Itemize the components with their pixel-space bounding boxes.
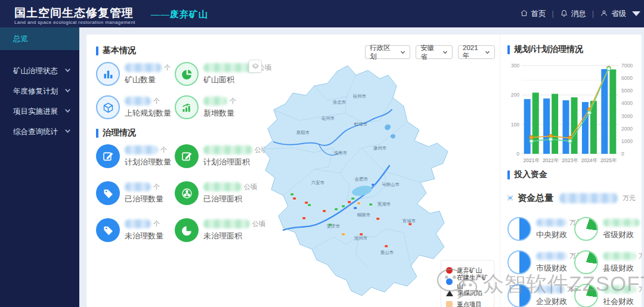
map-marker[interactable] xyxy=(348,201,351,203)
legend-circle-icon xyxy=(446,267,453,274)
stat-label: 新增数量 xyxy=(203,108,236,119)
svg-text:4000: 4000 xyxy=(621,100,633,106)
stat-矿山面积: 公顷矿山面积 xyxy=(175,62,257,86)
module-name: 废弃矿山 xyxy=(170,9,208,19)
chart-bar xyxy=(532,92,539,154)
fund-body: 万元省级财政 xyxy=(603,218,640,240)
stat-已治理面积: 公顷已治理面积 xyxy=(175,181,257,205)
map-marker[interactable] xyxy=(351,197,355,200)
stat-body: 个矿山数量 xyxy=(125,63,171,85)
city-label-芜湖市: 芜湖市 xyxy=(377,201,391,207)
city-label-宣城市: 宣城市 xyxy=(402,218,416,224)
stat-计划治理面积: 公顷计划治理面积 xyxy=(175,144,257,168)
quarter-pie-icon xyxy=(574,217,598,241)
city-label-阜阳市: 阜阳市 xyxy=(296,130,310,135)
app-subtitle: Land and space ecological restoration ma… xyxy=(14,20,135,25)
stat-label: 未治理数量 xyxy=(125,231,163,241)
sidebar-item-总览[interactable]: 总览 xyxy=(0,27,79,50)
home-icon xyxy=(520,9,528,17)
map-layers-button[interactable] xyxy=(249,60,262,73)
svg-text:200: 200 xyxy=(511,92,519,98)
coins-icon xyxy=(507,186,513,210)
map-marker[interactable] xyxy=(385,245,388,247)
map-marker[interactable] xyxy=(302,217,306,219)
tag-icon xyxy=(96,218,120,242)
map-marker[interactable] xyxy=(305,201,308,204)
chevron-down-icon xyxy=(64,67,71,75)
treatment-plan-chart: 0100200300010002000300040005000600070002… xyxy=(507,61,636,165)
stats-column: 基本情况 个矿山数量公顷矿山面积个上轮规划数量个新增数量 治理情况 个计划治理数… xyxy=(86,35,252,307)
stat-body: 公顷未治理面积 xyxy=(203,219,257,241)
stat-已治理数量: 个已治理数量 xyxy=(96,181,175,205)
svg-text:2024年: 2024年 xyxy=(581,157,598,163)
nav-item-消息[interactable]: 消息 xyxy=(560,9,586,19)
map-marker[interactable] xyxy=(290,193,294,196)
quarter-pie-icon xyxy=(574,250,598,274)
map-marker[interactable] xyxy=(354,207,357,209)
sidebar-item-项目实施进展[interactable]: 项目实施进展 xyxy=(0,101,79,122)
sidebar-item-label: 项目实施进展 xyxy=(13,107,58,117)
fund-县级财政: 万元县级财政 xyxy=(574,250,640,274)
map-marker[interactable] xyxy=(371,184,375,186)
map-marker[interactable] xyxy=(342,205,345,207)
sidebar: 总览矿山治理状态年度修复计划项目实施进展综合查询统计 xyxy=(0,27,79,307)
legend-label: 在建生产矿山 xyxy=(457,274,489,290)
svg-text:1000: 1000 xyxy=(621,138,633,144)
nav-separator: | xyxy=(592,10,594,18)
stat-value-row: 公顷 xyxy=(203,182,257,191)
map-marker[interactable] xyxy=(293,197,296,200)
map-marker[interactable] xyxy=(308,204,311,206)
blurred-value xyxy=(125,63,162,72)
fund-label: 县级财政 xyxy=(603,263,640,274)
fund-grid: 万元中央财政万元省级财政万元市级财政万元县级财政万元企业财政万元社会财政 xyxy=(507,217,636,307)
layers-icon xyxy=(252,63,259,70)
blurred-value xyxy=(603,252,636,260)
city-label-蚌埠市: 蚌埠市 xyxy=(354,122,368,127)
fund-body: 万元市级财政 xyxy=(536,252,574,274)
city-label-宿州市: 宿州市 xyxy=(353,94,367,99)
nav-item-省级[interactable]: 省级 xyxy=(600,9,626,19)
app-header: 国土空间生态修复管理 Land and space ecological res… xyxy=(0,0,644,27)
fund-企业财政: 万元企业财政 xyxy=(507,284,574,307)
province-map[interactable]: 淮北市宿州市亳州市蚌埠市阜阳市滁州市淮南市六安市合肥市马鞍山市芜湖市铜陵市宣城市… xyxy=(257,58,460,304)
sidebar-item-矿山治理状态[interactable]: 矿山治理状态 xyxy=(0,61,79,81)
nav-item-首页[interactable]: 首页 xyxy=(520,9,546,19)
map-marker[interactable] xyxy=(369,203,373,206)
city-label-淮南市: 淮南市 xyxy=(334,150,348,156)
stat-value-row: 个 xyxy=(125,145,171,154)
svg-text:7000: 7000 xyxy=(621,63,633,69)
fund-value-row: 万元 xyxy=(603,252,640,261)
map-marker[interactable] xyxy=(376,218,380,220)
filter-province[interactable]: 安徽省 xyxy=(416,45,453,59)
half-pie-icon xyxy=(507,217,531,241)
chart-point xyxy=(587,111,591,114)
map-marker[interactable] xyxy=(357,202,361,204)
svg-text:300: 300 xyxy=(511,63,519,69)
chart-bar xyxy=(543,98,550,154)
map-marker[interactable] xyxy=(342,233,345,235)
city-label-合肥市: 合肥市 xyxy=(355,176,369,182)
caret-down-icon[interactable] xyxy=(632,11,640,16)
fund-body: 万元社会财政 xyxy=(603,285,640,307)
svg-text:2025年: 2025年 xyxy=(600,157,617,163)
filter-year[interactable]: 2021年 xyxy=(458,45,495,59)
map-marker[interactable] xyxy=(323,210,326,212)
sidebar-item-综合查询统计[interactable]: 综合查询统计 xyxy=(0,122,79,142)
stat-value-row: 公顷 xyxy=(203,145,257,154)
fund-total-unit: 万元 xyxy=(623,194,636,203)
city-label-亳州市: 亳州市 xyxy=(321,116,335,121)
sidebar-item-年度修复计划[interactable]: 年度修复计划 xyxy=(0,81,79,101)
chevron-down-icon xyxy=(64,107,71,116)
blurred-value xyxy=(603,286,636,293)
stat-value-row: 个 xyxy=(125,182,163,191)
sidebar-item-label: 综合查询统计 xyxy=(13,127,58,137)
legend-label: 采煤沉陷 xyxy=(457,289,482,297)
legend-item-在建生产矿山: 在建生产矿山 xyxy=(446,276,489,287)
fund-label: 市级财政 xyxy=(536,263,574,274)
legend-square-icon xyxy=(446,301,453,307)
map-marker[interactable] xyxy=(335,208,338,210)
filter-administrative-division[interactable]: 行政区划 xyxy=(365,45,410,59)
fund-value-row: 万元 xyxy=(603,285,640,294)
stat-上轮规划数量: 个上轮规划数量 xyxy=(96,95,175,119)
stat-label: 上轮规划数量 xyxy=(125,108,171,119)
